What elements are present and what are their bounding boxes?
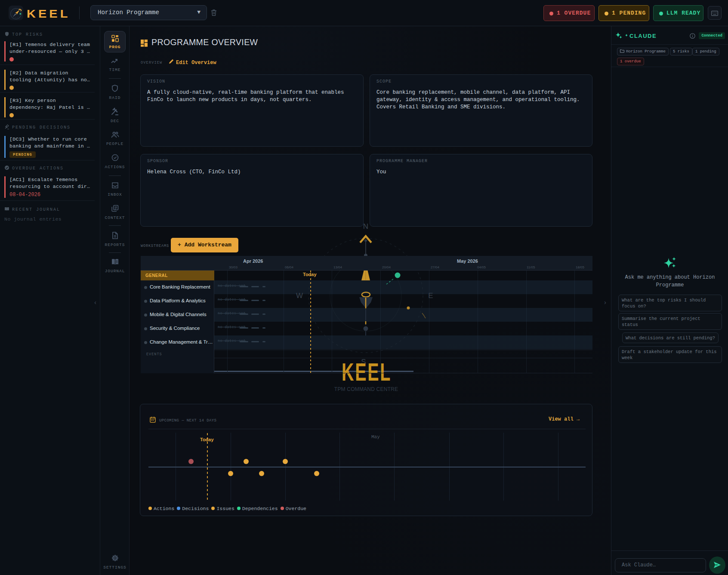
- svg-text:N: N: [363, 222, 368, 231]
